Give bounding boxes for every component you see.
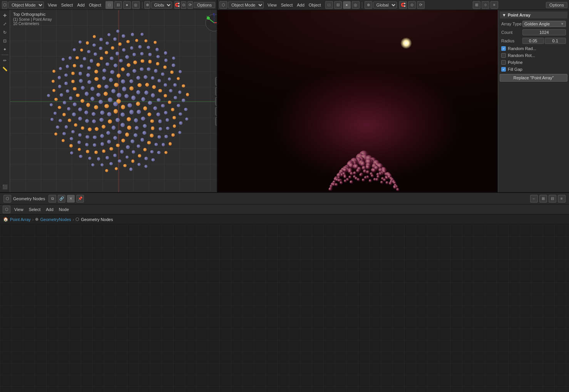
- svg-point-102: [344, 179, 347, 183]
- node-editor-icon2[interactable]: ⬡: [3, 206, 10, 213]
- add-menu-right[interactable]: Add: [295, 2, 306, 8]
- measure-tool[interactable]: 📏: [1, 65, 9, 73]
- prop-section-header: ▼ Point Array: [500, 12, 567, 18]
- global-select-right[interactable]: Global: [373, 2, 397, 8]
- breadcrumb-point-array[interactable]: Point Array: [10, 217, 31, 222]
- random-rad-row: ✓ Random Rad...: [500, 45, 567, 52]
- count-value[interactable]: 1024: [522, 29, 566, 35]
- view-node[interactable]: View: [12, 206, 25, 213]
- properties-panel: Item Tool View VF Tools ▼ Point Array Ar…: [498, 10, 569, 192]
- svg-point-109: [380, 181, 383, 184]
- transform-tool[interactable]: ✦: [1, 45, 9, 53]
- shading-right-4[interactable]: ◎: [352, 1, 360, 9]
- breadcrumb-home-icon: 🏠: [3, 217, 8, 222]
- radius-row: Radius 0.05 0.1: [500, 37, 567, 45]
- cursor-tool[interactable]: ✛: [1, 12, 9, 19]
- global-orientation[interactable]: ⊕: [144, 1, 150, 9]
- svg-point-128: [328, 188, 331, 191]
- radius-value1[interactable]: 0.05: [522, 38, 544, 44]
- breadcrumb-geometry-nodes-2[interactable]: Geometry Nodes: [81, 217, 113, 222]
- svg-point-34: [365, 165, 370, 169]
- node-overlay-btn[interactable]: ⊟: [549, 195, 556, 203]
- viewport-title: Top Orthographic: [13, 12, 218, 17]
- gizmo-icon[interactable]: ⊹: [482, 1, 489, 9]
- svg-point-92: [375, 178, 378, 181]
- count-row: Count 1024: [500, 28, 567, 36]
- svg-point-75: [377, 175, 380, 178]
- select-menu[interactable]: Select: [59, 2, 75, 8]
- cube-tool[interactable]: ⬛: [1, 183, 9, 191]
- radius-value2[interactable]: 0.1: [545, 38, 566, 44]
- svg-point-72: [371, 174, 374, 178]
- viewport-shading-material[interactable]: ◎: [132, 1, 140, 9]
- proportional-edit-right[interactable]: ⊙: [408, 1, 416, 9]
- shading-right-2[interactable]: ⊟: [334, 1, 342, 9]
- add-menu[interactable]: Add: [75, 2, 87, 8]
- svg-point-80: [348, 176, 351, 179]
- snap-icon-right[interactable]: 🧲: [399, 1, 407, 9]
- add-node[interactable]: Add: [44, 206, 55, 213]
- node-menu[interactable]: Node: [57, 206, 71, 213]
- random-rot-row: Random Rot...: [500, 52, 567, 59]
- scale-tool[interactable]: ⊡: [1, 37, 9, 45]
- extra-icon[interactable]: ≡: [490, 1, 498, 9]
- select-menu-right[interactable]: Select: [279, 2, 295, 8]
- svg-point-77: [343, 175, 346, 178]
- random-rad-checkbox[interactable]: ✓: [501, 46, 506, 51]
- node-grid-btn[interactable]: ⊞: [539, 195, 547, 203]
- svg-point-49: [372, 168, 376, 173]
- options-btn-right[interactable]: Options: [546, 2, 567, 8]
- view-menu[interactable]: View: [46, 2, 59, 8]
- node-pin-btn[interactable]: 📌: [76, 195, 84, 203]
- select-node[interactable]: Select: [27, 206, 43, 213]
- node-copy-btn[interactable]: ⧉: [49, 195, 56, 203]
- editor-type-icon[interactable]: ⬡: [2, 1, 7, 9]
- breadcrumb: 🏠 Point Array › ⊕ GeometryNodes › ⬡ Geom…: [0, 214, 569, 224]
- global-select[interactable]: Global: [151, 2, 172, 8]
- node-extra-btn[interactable]: ≡: [558, 195, 566, 203]
- overlay-icon[interactable]: ⊞: [473, 1, 480, 9]
- node-editor-type[interactable]: ⬡: [3, 195, 11, 203]
- options-btn-left[interactable]: Options: [194, 2, 215, 8]
- replace-button[interactable]: Replace "Point Array": [500, 74, 567, 82]
- editor-type-icon-right[interactable]: ⬡: [219, 1, 227, 9]
- viewport-shading-solid[interactable]: □: [105, 1, 113, 9]
- svg-point-125: [393, 186, 397, 189]
- random-rot-checkbox[interactable]: [501, 53, 506, 58]
- viewport-shading-render[interactable]: ●: [123, 1, 131, 9]
- polyline-checkbox[interactable]: [501, 60, 506, 65]
- object-mode-select-right[interactable]: Object Mode: [228, 2, 264, 8]
- svg-point-68: [359, 173, 362, 176]
- view-menu-right[interactable]: View: [266, 2, 279, 8]
- svg-point-114: [389, 182, 392, 185]
- breadcrumb-geometry-nodes-1[interactable]: GeometryNodes: [40, 217, 71, 222]
- global-orientation-right[interactable]: ⊕: [365, 1, 372, 9]
- viewport-scale: 10 Centimeters: [13, 22, 218, 26]
- svg-point-119: [335, 183, 338, 186]
- array-type-dropdown[interactable]: Golden Angle ▼: [522, 21, 566, 27]
- proportional-edit[interactable]: ⊙: [181, 1, 186, 9]
- transform-icon[interactable]: ⟳: [187, 1, 193, 9]
- svg-point-50: [356, 169, 360, 173]
- shading-right-1[interactable]: □: [325, 1, 333, 9]
- fill-gap-checkbox[interactable]: ✓: [501, 67, 506, 72]
- svg-point-112: [340, 181, 343, 184]
- connections-svg: [0, 224, 569, 392]
- object-menu-right[interactable]: Object: [307, 2, 323, 8]
- node-back-btn[interactable]: ←: [530, 195, 538, 203]
- viewport-shading-wire[interactable]: ⊟: [114, 1, 122, 9]
- node-editor-title: Geometry Nodes: [13, 196, 45, 201]
- rotate-tool[interactable]: ↻: [1, 28, 9, 36]
- array-type-row: Array Type Golden Angle ▼: [500, 20, 567, 28]
- shading-right-3[interactable]: ●: [343, 1, 351, 9]
- node-link-btn[interactable]: 🔗: [58, 195, 65, 203]
- move-tool[interactable]: ⤢: [1, 20, 9, 28]
- polyline-row: Polyline: [500, 59, 567, 65]
- snap-icon[interactable]: 🧲: [174, 1, 180, 9]
- transform-icon-right[interactable]: ⟳: [417, 1, 425, 9]
- node-close-btn[interactable]: ✕: [67, 195, 75, 203]
- object-mode-select[interactable]: Object Mode: [8, 2, 44, 8]
- svg-point-97: [383, 178, 386, 181]
- object-menu[interactable]: Object: [87, 2, 103, 8]
- annotate-tool[interactable]: ✏: [1, 57, 9, 64]
